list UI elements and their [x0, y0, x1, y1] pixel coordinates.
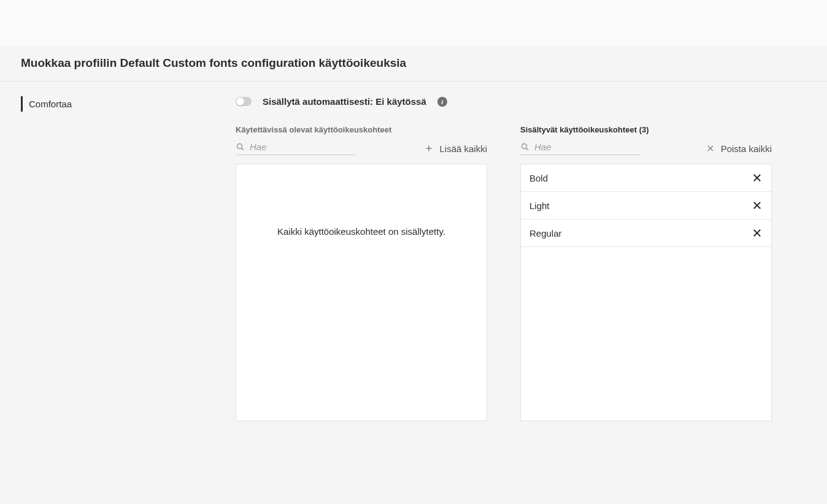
- available-search-input[interactable]: [250, 142, 355, 152]
- close-icon: [706, 144, 715, 153]
- available-column: Käytettävissä olevat käyttöoikeuskohteet: [236, 125, 487, 421]
- svg-line-5: [526, 148, 528, 150]
- list-item-label: Regular: [529, 228, 562, 239]
- sidebar-item-comfortaa[interactable]: Comfortaa: [21, 96, 236, 112]
- list-item-label: Bold: [529, 173, 548, 183]
- page-header: Muokkaa profiilin Default Custom fonts c…: [0, 45, 827, 82]
- available-search-wrap: [236, 142, 355, 155]
- remove-item-icon[interactable]: [752, 200, 763, 211]
- available-list: Kaikki käyttöoikeuskohteet on sisällytet…: [236, 164, 487, 421]
- list-item: Regular: [521, 220, 771, 247]
- included-column: Sisältyvät käyttöoikeuskohteet (3): [520, 125, 772, 421]
- auto-include-label: Sisällytä automaattisesti: Ei käytössä: [263, 96, 426, 107]
- search-icon: [520, 142, 529, 151]
- toggle-knob: [236, 97, 244, 105]
- remove-all-label: Poista kaikki: [721, 143, 772, 154]
- svg-point-0: [237, 144, 242, 149]
- page-title: Muokkaa profiilin Default Custom fonts c…: [21, 56, 806, 70]
- svg-line-1: [242, 148, 244, 150]
- sidebar: Comfortaa: [21, 96, 236, 421]
- search-icon: [236, 142, 245, 151]
- info-icon[interactable]: i: [437, 97, 447, 107]
- sidebar-item-label: Comfortaa: [29, 99, 72, 109]
- remove-item-icon[interactable]: [752, 172, 763, 183]
- list-item: Light: [521, 192, 771, 220]
- included-search-wrap: [520, 142, 640, 155]
- auto-include-toggle[interactable]: [236, 97, 252, 106]
- list-item: Bold: [521, 164, 771, 192]
- add-all-label: Lisää kaikki: [439, 143, 487, 154]
- included-title: Sisältyvät käyttöoikeuskohteet (3): [520, 125, 772, 134]
- available-empty-message: Kaikki käyttöoikeuskohteet on sisällytet…: [236, 164, 487, 299]
- plus-icon: [425, 144, 433, 153]
- remove-all-button[interactable]: Poista kaikki: [706, 143, 772, 154]
- svg-point-4: [522, 144, 527, 149]
- add-all-button[interactable]: Lisää kaikki: [425, 143, 487, 154]
- available-title: Käytettävissä olevat käyttöoikeuskohteet: [236, 125, 487, 134]
- list-item-label: Light: [529, 200, 550, 211]
- included-list: Bold Light: [520, 164, 772, 421]
- included-search-input[interactable]: [534, 142, 640, 152]
- remove-item-icon[interactable]: [752, 227, 763, 239]
